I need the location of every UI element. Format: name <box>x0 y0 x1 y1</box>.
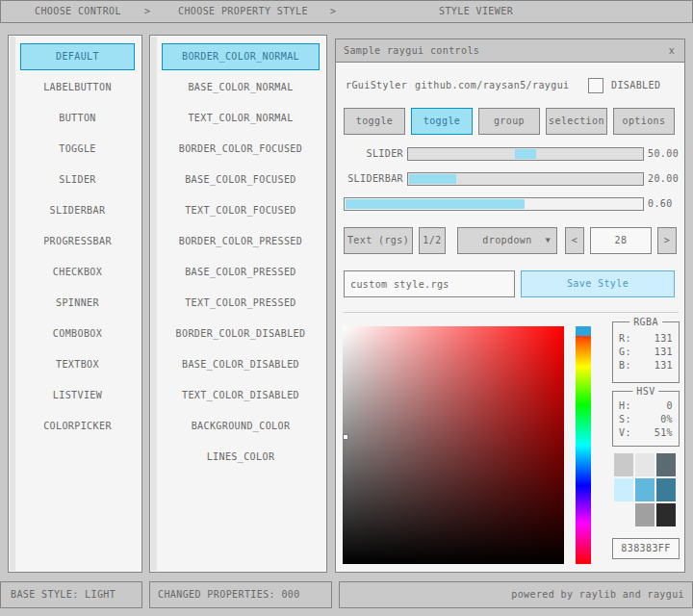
disabled-checkbox-label: DISABLED <box>611 78 660 93</box>
rgba-title: RGBA <box>629 317 662 327</box>
control-item-colorpicker[interactable]: COLORPICKER <box>20 413 135 440</box>
slider-label: SLIDER <box>344 147 403 161</box>
property-item-base-color-pressed[interactable]: BASE_COLOR_PRESSED <box>162 259 320 286</box>
dropdown-select[interactable]: dropdown ▼ <box>457 227 557 254</box>
breadcrumb-choose-property-style: CHOOSE PROPERTY STYLE <box>178 1 308 22</box>
property-item-background-color[interactable]: BACKGROUND_COLOR <box>162 413 320 440</box>
spinner-increment-button[interactable]: > <box>657 227 677 254</box>
spinner-value-box[interactable]: 28 <box>590 227 652 254</box>
toggle-button-options[interactable]: options <box>613 108 675 135</box>
slider-handle[interactable] <box>515 149 536 159</box>
progress-value: 0.60 <box>648 197 673 211</box>
value-label: V: <box>619 426 631 440</box>
style-color-swatches <box>614 453 676 526</box>
control-item-textbox[interactable]: TEXTBOX <box>20 351 135 378</box>
hue-value: 0 <box>667 399 673 413</box>
repo-link[interactable]: github.com/raysan5/raygui <box>415 78 570 93</box>
hue-bar-handle[interactable] <box>576 326 591 336</box>
green-value: 131 <box>654 346 673 359</box>
swatch-4[interactable] <box>614 478 633 501</box>
swatch-8[interactable] <box>635 503 654 526</box>
swatch-7[interactable] <box>614 503 633 526</box>
statusbar-base-style: BASE STYLE: LIGHT <box>0 581 142 608</box>
control-item-slider[interactable]: SLIDER <box>20 167 135 193</box>
swatch-9[interactable] <box>656 503 676 526</box>
app-brand-label: rGuiStyler <box>346 78 407 93</box>
swatch-6[interactable] <box>656 478 676 501</box>
close-icon[interactable]: x <box>665 39 679 62</box>
breadcrumb-style-viewer: STYLE VIEWER <box>439 1 513 22</box>
toggle-button-1[interactable]: toggle <box>344 108 405 135</box>
slider-value: 50.00 <box>648 147 679 161</box>
properties-listview-scrollbar[interactable] <box>151 37 157 571</box>
blue-value: 131 <box>654 359 673 372</box>
hue-label: H: <box>619 399 631 413</box>
red-label: R: <box>619 332 631 346</box>
hue-bar[interactable] <box>576 326 591 564</box>
window-title: Sample raygui controls <box>344 39 479 62</box>
control-item-toggle[interactable]: TOGGLE <box>20 136 135 163</box>
color-saturation-value-panel[interactable] <box>343 326 564 564</box>
property-item-border-color-focused[interactable]: BORDER_COLOR_FOCUSED <box>162 136 320 163</box>
spinner-decrement-button[interactable]: < <box>565 227 584 254</box>
sliderbar-label: SLIDERBAR <box>344 172 403 186</box>
control-item-listview[interactable]: LISTVIEW <box>20 382 135 409</box>
statusbar-powered-by: powered by raylib and raygui <box>339 581 693 608</box>
swatch-2[interactable] <box>635 453 654 476</box>
hsv-groupbox: HSV H: 0 S: 0% V: 51% <box>612 391 680 447</box>
slider[interactable] <box>407 147 644 161</box>
swatch-1[interactable] <box>614 453 633 476</box>
saturation-label: S: <box>619 413 631 426</box>
property-item-border-color-normal[interactable]: BORDER_COLOR_NORMAL <box>162 43 320 70</box>
text-rgs-button[interactable]: Text (rgs) <box>344 227 413 254</box>
control-item-spinner[interactable]: SPINNER <box>20 290 135 317</box>
red-value: 131 <box>654 332 673 346</box>
breadcrumb-separator-2: > <box>330 1 336 22</box>
swatch-5[interactable] <box>635 478 654 501</box>
hsv-title: HSV <box>632 386 658 397</box>
property-item-base-color-normal[interactable]: BASE_COLOR_NORMAL <box>162 74 320 101</box>
style-viewer-window: Sample raygui controls x rGuiStyler gith… <box>335 38 685 573</box>
color-panel-cursor[interactable] <box>343 434 348 440</box>
disabled-checkbox[interactable] <box>588 78 603 93</box>
style-filename-input[interactable] <box>344 270 515 297</box>
half-button[interactable]: 1/2 <box>419 227 446 254</box>
control-item-default[interactable]: DEFAULT <box>20 43 135 70</box>
saturation-value: 0% <box>660 413 673 426</box>
property-item-text-color-normal[interactable]: TEXT_COLOR_NORMAL <box>162 105 320 132</box>
toggle-button-2-active[interactable]: toggle <box>411 108 473 135</box>
property-item-border-color-pressed[interactable]: BORDER_COLOR_PRESSED <box>162 228 320 255</box>
hex-color-input[interactable]: 838383FF <box>612 538 680 559</box>
controls-listview-scrollbar[interactable] <box>10 37 15 571</box>
property-item-border-color-disabled[interactable]: BORDER_COLOR_DISABLED <box>162 321 320 347</box>
control-item-combobox[interactable]: COMBOBOX <box>20 321 135 347</box>
control-item-progressbar[interactable]: PROGRESSBAR <box>20 228 135 255</box>
controls-listview: DEFAULT LABELBUTTON BUTTON TOGGLE SLIDER… <box>8 35 142 573</box>
control-item-labelbutton[interactable]: LABELBUTTON <box>20 74 135 101</box>
toggle-button-group[interactable]: group <box>478 108 540 135</box>
statusbar-changed-properties: CHANGED PROPERTIES: 000 <box>149 581 332 608</box>
swatch-3[interactable] <box>656 453 676 476</box>
divider <box>344 312 679 313</box>
rguistyler-app: CHOOSE CONTROL > CHOOSE PROPERTY STYLE >… <box>0 0 693 616</box>
toggle-button-selection[interactable]: selection <box>546 108 607 135</box>
control-item-sliderbar[interactable]: SLIDERBAR <box>20 197 135 224</box>
property-item-text-color-focused[interactable]: TEXT_COLOR_FOCUSED <box>162 197 320 224</box>
property-item-text-color-pressed[interactable]: TEXT_COLOR_PRESSED <box>162 290 320 317</box>
control-item-checkbox[interactable]: CHECKBOX <box>20 259 135 286</box>
property-item-lines-color[interactable]: LINES_COLOR <box>162 444 320 471</box>
top-status-bar: CHOOSE CONTROL > CHOOSE PROPERTY STYLE >… <box>0 0 693 23</box>
breadcrumb-choose-control: CHOOSE CONTROL <box>35 1 121 22</box>
value-value: 51% <box>654 426 673 440</box>
breadcrumb-separator-1: > <box>144 1 150 22</box>
sliderbar-value: 20.00 <box>648 172 679 186</box>
property-item-text-color-disabled[interactable]: TEXT_COLOR_DISABLED <box>162 382 320 409</box>
progress-bar-fill <box>346 199 525 209</box>
save-style-button[interactable]: Save Style <box>521 270 675 297</box>
control-item-button[interactable]: BUTTON <box>20 105 135 132</box>
window-titlebar[interactable]: Sample raygui controls x <box>336 39 684 63</box>
property-item-base-color-disabled[interactable]: BASE_COLOR_DISABLED <box>162 351 320 378</box>
sliderbar[interactable] <box>407 172 644 186</box>
dropdown-value: dropdown <box>482 235 531 245</box>
property-item-base-color-focused[interactable]: BASE_COLOR_FOCUSED <box>162 167 320 193</box>
